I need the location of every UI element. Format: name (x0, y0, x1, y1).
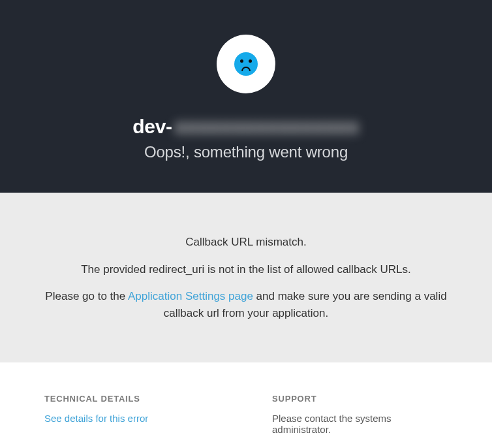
error-header: dev-xxxxxxxxxxxxxxxx Oops!, something we… (0, 0, 492, 193)
support-column: SUPPORT Please contact the systems admin… (272, 394, 448, 435)
error-description: The provided redirect_uri is not in the … (81, 261, 411, 278)
icon-container (217, 35, 275, 93)
support-heading: SUPPORT (272, 394, 448, 404)
tenant-name: dev-xxxxxxxxxxxxxxxx (132, 116, 359, 138)
tenant-blurred-id: xxxxxxxxxxxxxxxx (175, 116, 360, 138)
instruction-text-before: Please go to the (45, 290, 128, 302)
technical-details-column: TECHNICAL DETAILS See details for this e… (44, 394, 220, 435)
tenant-prefix: dev- (132, 116, 172, 138)
application-settings-link[interactable]: Application Settings page (128, 290, 253, 302)
see-details-link[interactable]: See details for this error (44, 413, 148, 424)
error-instruction: Please go to the Application Settings pa… (39, 288, 453, 321)
error-title: Callback URL mismatch. (185, 234, 306, 251)
sad-face-icon (234, 52, 258, 76)
support-text: Please contact the systems administrator… (272, 413, 448, 435)
technical-details-heading: TECHNICAL DETAILS (44, 394, 220, 404)
error-message-section: Callback URL mismatch. The provided redi… (0, 193, 492, 362)
error-subtitle: Oops!, something went wrong (144, 143, 348, 161)
footer-section: TECHNICAL DETAILS See details for this e… (0, 362, 492, 435)
